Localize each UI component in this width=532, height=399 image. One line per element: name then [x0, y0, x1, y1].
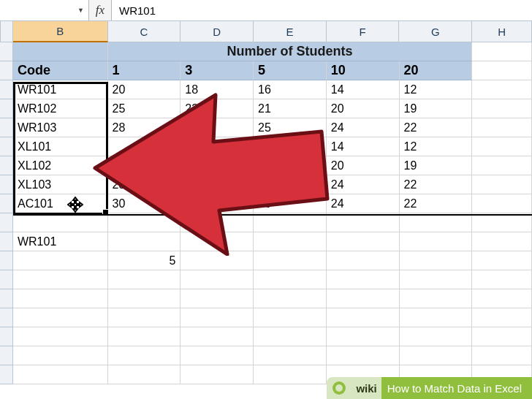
cell[interactable]	[13, 251, 108, 270]
cell[interactable]: 24	[327, 118, 400, 137]
row-header[interactable]	[0, 118, 13, 137]
cell[interactable]	[254, 175, 327, 194]
cell[interactable]	[327, 232, 400, 251]
cell[interactable]	[180, 327, 254, 346]
cell[interactable]: 20	[327, 156, 400, 175]
cell[interactable]	[254, 308, 327, 327]
row-header[interactable]	[0, 327, 13, 346]
cell-h2[interactable]	[472, 42, 532, 61]
cell[interactable]: 23	[180, 99, 254, 118]
cell[interactable]	[180, 118, 254, 137]
cell[interactable]	[327, 327, 400, 346]
cell[interactable]: 25	[108, 156, 181, 175]
row-header[interactable]	[0, 137, 13, 156]
cell-code[interactable]: XL102	[13, 156, 108, 175]
fx-button[interactable]: fx	[89, 0, 112, 20]
cell[interactable]	[254, 270, 327, 289]
cell[interactable]	[180, 270, 254, 289]
cell[interactable]	[472, 213, 532, 232]
col-header-f[interactable]: F	[327, 20, 400, 42]
merged-title-cell[interactable]: Number of Students	[108, 42, 473, 61]
cell[interactable]	[180, 289, 254, 308]
cell[interactable]: 21	[254, 99, 327, 118]
cell[interactable]	[13, 346, 108, 365]
cell[interactable]	[327, 289, 400, 308]
cell[interactable]	[108, 365, 181, 384]
cell[interactable]: 12	[400, 80, 473, 99]
cell[interactable]	[13, 289, 108, 308]
col-header-d[interactable]: D	[180, 20, 254, 42]
cell[interactable]: 20	[108, 80, 181, 99]
cell[interactable]	[400, 327, 473, 346]
cell[interactable]: 18	[180, 80, 254, 99]
cell[interactable]	[180, 175, 254, 194]
cell[interactable]	[472, 175, 532, 194]
cell-code[interactable]: AC101	[13, 194, 108, 213]
cell[interactable]	[472, 232, 532, 251]
cell[interactable]: 25	[254, 118, 327, 137]
cell[interactable]	[13, 308, 108, 327]
cell[interactable]	[254, 289, 327, 308]
row-header[interactable]	[0, 156, 13, 175]
row-header[interactable]	[0, 270, 13, 289]
cell-code[interactable]: WR103	[13, 118, 108, 137]
cell[interactable]: 16	[254, 80, 327, 99]
row-header[interactable]	[0, 42, 13, 61]
row-header[interactable]	[0, 251, 13, 270]
cell-num-header[interactable]: 20	[400, 61, 473, 80]
cell[interactable]	[180, 346, 254, 365]
cell[interactable]	[472, 137, 532, 156]
col-header-g[interactable]: G	[399, 20, 472, 42]
cell[interactable]: 28	[108, 175, 181, 194]
cell-num-header[interactable]: 1	[108, 61, 181, 80]
cell[interactable]	[472, 327, 532, 346]
cell-b2[interactable]	[13, 42, 108, 61]
cell[interactable]	[254, 346, 327, 365]
cell-code[interactable]: XL103	[13, 175, 108, 194]
row-header[interactable]	[0, 365, 13, 384]
cell[interactable]	[13, 327, 108, 346]
cell[interactable]	[180, 232, 254, 251]
cell[interactable]: 20	[327, 99, 400, 118]
cell[interactable]	[254, 365, 327, 384]
name-box[interactable]: ▼	[0, 0, 89, 20]
cell[interactable]	[180, 137, 254, 156]
cell[interactable]: 16	[254, 137, 327, 156]
cell[interactable]	[108, 270, 181, 289]
cell[interactable]	[327, 213, 400, 232]
cell-code[interactable]: XL101	[13, 137, 108, 156]
cell[interactable]	[180, 156, 254, 175]
cell[interactable]	[108, 232, 181, 251]
cell[interactable]	[180, 194, 254, 213]
cell[interactable]: 24	[327, 175, 400, 194]
cell[interactable]	[108, 289, 181, 308]
cell-num-header[interactable]: 10	[327, 61, 400, 80]
row-header[interactable]	[0, 61, 13, 80]
row-header[interactable]	[0, 289, 13, 308]
select-all-corner[interactable]	[0, 20, 13, 42]
cell-code[interactable]: WR101	[13, 80, 108, 99]
row-header[interactable]	[0, 175, 13, 194]
cell[interactable]	[472, 289, 532, 308]
cell[interactable]: 30	[108, 194, 181, 213]
cell[interactable]	[472, 194, 532, 213]
cell[interactable]	[13, 270, 108, 289]
cell[interactable]	[254, 327, 327, 346]
cell[interactable]	[400, 251, 473, 270]
cell[interactable]: 28	[108, 118, 181, 137]
col-header-h[interactable]: H	[472, 20, 532, 42]
cell[interactable]: 14	[327, 80, 400, 99]
cell[interactable]	[400, 270, 473, 289]
cell[interactable]	[327, 251, 400, 270]
cell[interactable]: 25	[108, 99, 181, 118]
cell[interactable]	[400, 289, 473, 308]
row-header[interactable]	[0, 99, 13, 118]
formula-input[interactable]: WR101	[112, 0, 532, 20]
cell[interactable]: WR101	[13, 232, 108, 251]
cell[interactable]	[400, 213, 473, 232]
cell[interactable]	[472, 118, 532, 137]
cell[interactable]: 5	[108, 251, 181, 270]
row-header[interactable]	[0, 80, 13, 99]
col-header-b[interactable]: B	[13, 20, 108, 42]
cell[interactable]	[472, 99, 532, 118]
